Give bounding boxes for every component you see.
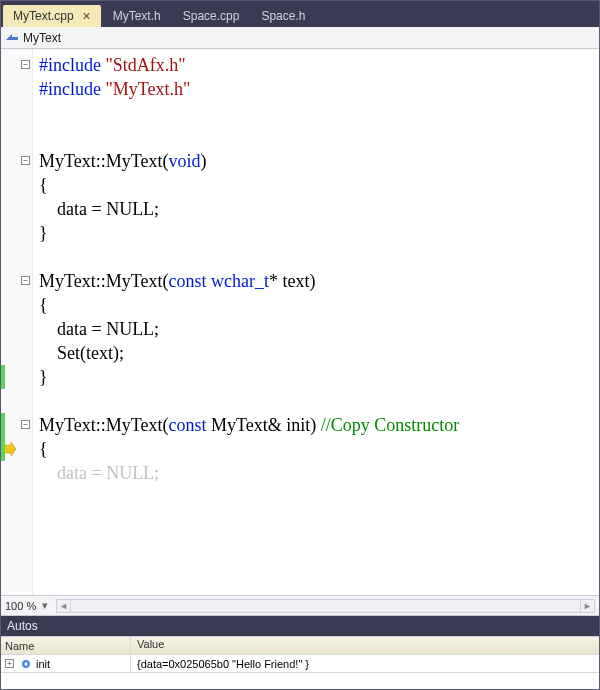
code-token: "StdAfx.h" [105,55,185,75]
tab-mytext-h[interactable]: MyText.h [103,5,171,27]
scope-arrow-icon [5,31,19,45]
code-line[interactable]: { [39,173,48,197]
autos-col-name[interactable]: Name [1,637,131,654]
tab-mytext-cpp[interactable]: MyText.cpp✕ [3,5,101,27]
autos-var-name[interactable]: +init [1,657,131,671]
code-line[interactable]: } [39,221,48,245]
scope-selector[interactable]: MyText [23,31,595,45]
code-token: #include [39,79,105,99]
code-token: const [168,271,206,291]
tab-label: MyText.cpp [13,9,74,23]
code-line[interactable]: #include "MyText.h" [39,77,190,101]
autos-title: Autos [7,619,38,633]
autos-panel: Name Value +init{data=0x025065b0 "Hello … [1,636,599,689]
autos-empty [1,673,599,689]
code-line[interactable]: MyText::MyText(const wchar_t* text) [39,269,315,293]
code-line[interactable]: { [39,293,48,317]
code-token: data = NULL; [39,463,159,483]
code-token: data = NULL; [39,199,159,219]
code-token: } [39,223,48,243]
scroll-right-icon[interactable]: ► [580,600,594,612]
autos-row[interactable]: +init{data=0x025065b0 "Hello Friend!" } [1,655,599,673]
editor-status-bar: 100 % ▾ ◄ ► [1,596,599,616]
fold-toggle-icon[interactable]: − [21,60,30,69]
autos-panel-header[interactable]: Autos [1,616,599,636]
code-token: //Copy Constructor [321,415,460,435]
code-token: data = NULL; [39,319,159,339]
change-indicator [1,437,5,461]
execution-pointer-icon [3,442,17,456]
variable-value-text[interactable]: {data=0x025065b0 "Hello Friend!" } [131,657,599,671]
change-indicator [1,365,5,389]
tab-label: Space.cpp [183,9,240,23]
code-line[interactable]: MyText::MyText(void) [39,149,206,173]
code-editor[interactable]: −−−− #include "StdAfx.h"#include "MyText… [1,49,599,596]
code-token: const [168,415,206,435]
code-area[interactable]: #include "StdAfx.h"#include "MyText.h"My… [33,49,599,595]
code-token: { [39,175,48,195]
code-line[interactable]: #include "StdAfx.h" [39,53,186,77]
code-token: wchar_t [211,271,269,291]
code-token: { [39,295,48,315]
autos-columns: Name Value [1,637,599,655]
tab-space-cpp[interactable]: Space.cpp [173,5,250,27]
code-token: { [39,439,48,459]
editor-tab-bar: MyText.cpp✕MyText.hSpace.cppSpace.h [1,1,599,27]
zoom-level[interactable]: 100 % [5,600,36,612]
fold-toggle-icon[interactable]: − [21,156,30,165]
navigation-bar: MyText [1,27,599,49]
autos-col-value[interactable]: Value [131,637,599,654]
code-token: * text) [269,271,316,291]
code-token: #include [39,55,105,75]
code-token: MyText::MyText( [39,415,168,435]
expand-icon[interactable]: + [5,659,14,668]
fold-toggle-icon[interactable]: − [21,420,30,429]
code-token: MyText::MyText( [39,151,168,171]
code-token: MyText::MyText( [39,271,168,291]
code-line[interactable]: } [39,365,48,389]
code-line[interactable]: data = NULL; [39,197,159,221]
code-token: } [39,367,48,387]
code-line[interactable]: data = NULL; [39,461,159,485]
code-line[interactable]: Set(text); [39,341,124,365]
code-line[interactable]: data = NULL; [39,317,159,341]
scroll-left-icon[interactable]: ◄ [57,600,71,612]
close-icon[interactable]: ✕ [82,10,91,23]
svg-point-1 [25,662,28,665]
change-indicator [1,413,5,437]
tab-space-h[interactable]: Space.h [251,5,315,27]
horizontal-scrollbar[interactable]: ◄ ► [56,599,595,613]
code-token: ) [200,151,206,171]
code-token: Set(text); [39,343,124,363]
editor-gutter: −−−− [1,49,33,595]
ide-window: { "tabs": [ { "label": "MyText.cpp", "ac… [0,0,600,690]
tab-label: MyText.h [113,9,161,23]
zoom-dropdown-icon[interactable]: ▾ [40,601,50,611]
code-token: MyText& init) [206,415,320,435]
fold-toggle-icon[interactable]: − [21,276,30,285]
code-line[interactable]: { [39,437,48,461]
tab-label: Space.h [261,9,305,23]
variable-name-text: init [36,658,50,670]
variable-icon [20,658,32,670]
code-token: void [168,151,200,171]
code-token: "MyText.h" [105,79,190,99]
code-line[interactable]: MyText::MyText(const MyText& init) //Cop… [39,413,459,437]
